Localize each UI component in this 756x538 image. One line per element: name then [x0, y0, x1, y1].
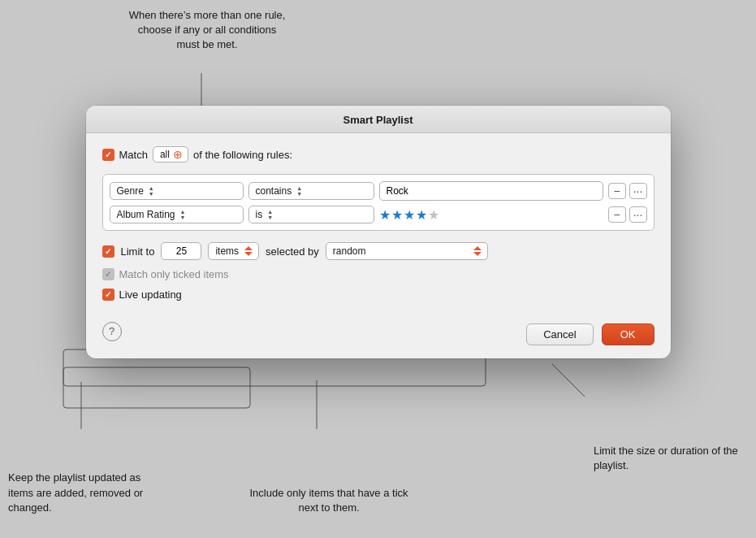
- rule1-condition-stepper: ▲ ▼: [296, 185, 302, 197]
- dialog-footer-buttons: Cancel OK: [526, 317, 654, 345]
- items-label: items: [215, 245, 239, 257]
- callout-bottom-center: Include only items that have a tick next…: [244, 486, 414, 515]
- rule-row-2: Album Rating ▲ ▼ is ▲ ▼: [110, 206, 647, 223]
- limit-input[interactable]: [161, 242, 201, 260]
- of-following-text: of the following rules:: [193, 149, 292, 161]
- dialog-title: Smart Playlist: [343, 114, 413, 126]
- rule1-value-input[interactable]: [379, 181, 603, 201]
- match-checkbox[interactable]: [102, 149, 114, 161]
- limit-label: Limit to: [121, 245, 155, 258]
- match-ticked-label: Match only ticked items: [119, 268, 229, 280]
- limit-checkbox[interactable]: [102, 245, 114, 258]
- rule2-field-dropdown[interactable]: Album Rating ▲ ▼: [110, 206, 244, 223]
- selected-by-spinner: [471, 245, 484, 257]
- svg-line-3: [552, 364, 585, 397]
- match-ticked-checkbox[interactable]: [102, 268, 114, 280]
- svg-rect-5: [63, 367, 250, 408]
- rule1-condition-dropdown[interactable]: contains ▲ ▼: [248, 182, 374, 200]
- callout-bottom-right: Limit the size or duration of the playli…: [594, 444, 740, 473]
- callout-top: When there’s more than one rule, choose …: [126, 8, 288, 53]
- help-label: ?: [109, 325, 114, 337]
- live-updating-label: Live updating: [119, 289, 182, 301]
- limit-row: Limit to items selected by random: [102, 242, 654, 260]
- rule2-stars-value[interactable]: ★ ★ ★ ★ ★: [379, 207, 439, 223]
- rule1-remove-button[interactable]: −: [608, 183, 626, 199]
- selected-by-label: selected by: [266, 245, 319, 258]
- items-spinner-dropdown[interactable]: items: [208, 242, 259, 260]
- selected-by-dropdown[interactable]: random: [326, 242, 488, 260]
- match-dropdown-arrow: ⊕: [173, 149, 183, 160]
- star-5: ★: [428, 207, 439, 223]
- callout-bottom-left: Keep the playlist updated as items are a…: [8, 471, 162, 515]
- rule2-field-value: Album Rating: [117, 209, 175, 220]
- dialog-titlebar: Smart Playlist: [86, 106, 671, 133]
- smart-playlist-dialog: Smart Playlist Match all ⊕ of the follow…: [86, 106, 671, 358]
- cancel-button[interactable]: Cancel: [526, 323, 593, 345]
- rule2-condition-dropdown[interactable]: is ▲ ▼: [248, 206, 374, 223]
- rule1-actions: − ···: [608, 183, 647, 199]
- rule2-field-stepper: ▲ ▼: [180, 209, 186, 220]
- star-2: ★: [391, 207, 403, 223]
- ok-button[interactable]: OK: [602, 323, 654, 345]
- match-row: Match all ⊕ of the following rules:: [102, 146, 654, 163]
- help-button[interactable]: ?: [102, 322, 122, 341]
- items-spinner-arrows: [242, 245, 255, 257]
- match-text: Match: [119, 149, 148, 161]
- star-1: ★: [379, 207, 391, 223]
- footer-row: ? Cancel OK: [102, 317, 654, 345]
- rule2-condition-stepper: ▲ ▼: [267, 209, 273, 220]
- rules-area: Genre ▲ ▼ contains ▲ ▼: [102, 174, 654, 231]
- rule1-condition-value: contains: [256, 185, 292, 197]
- rule1-field-dropdown[interactable]: Genre ▲ ▼: [110, 182, 244, 200]
- page-wrapper: When there’s more than one rule, choose …: [0, 0, 756, 538]
- rule2-actions: − ···: [608, 206, 647, 223]
- rule1-field-value: Genre: [117, 185, 144, 197]
- live-updating-row: Live updating: [102, 289, 654, 301]
- rule2-remove-button[interactable]: −: [608, 206, 626, 223]
- rule-row-1: Genre ▲ ▼ contains ▲ ▼: [110, 181, 647, 201]
- rule1-more-button[interactable]: ···: [629, 183, 647, 199]
- match-ticked-row: Match only ticked items: [102, 268, 654, 280]
- selected-by-value: random: [333, 245, 366, 257]
- rule2-more-button[interactable]: ···: [629, 206, 647, 223]
- dialog-body: Match all ⊕ of the following rules: Genr…: [86, 133, 671, 358]
- rule1-field-stepper: ▲ ▼: [149, 185, 154, 197]
- star-3: ★: [404, 207, 415, 223]
- rule2-condition-value: is: [256, 209, 263, 220]
- star-4: ★: [416, 207, 427, 223]
- match-dropdown[interactable]: all ⊕: [153, 146, 188, 163]
- match-dropdown-value: all: [160, 149, 170, 160]
- live-updating-checkbox[interactable]: [102, 289, 114, 301]
